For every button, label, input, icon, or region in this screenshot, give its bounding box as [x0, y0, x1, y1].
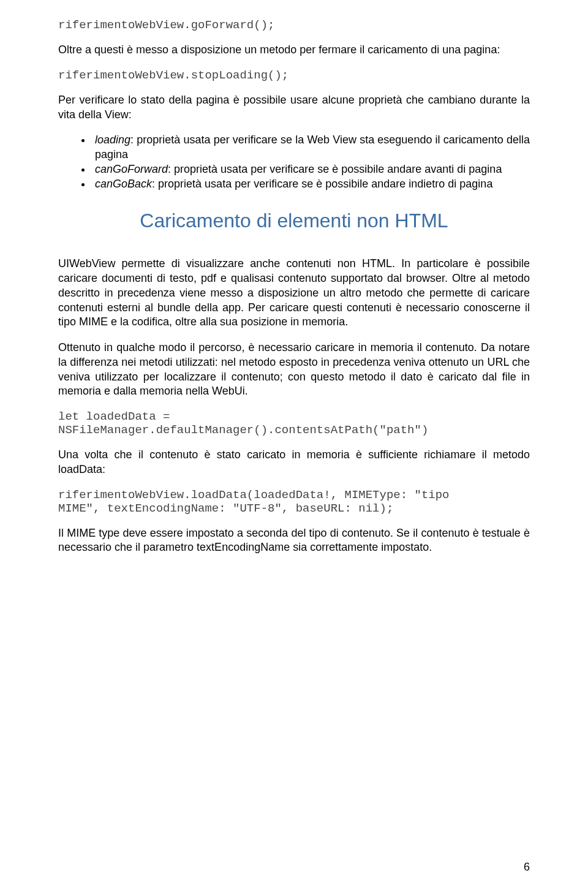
term-desc: : proprietà usata per verificare se è po… [168, 163, 502, 175]
paragraph-3: UIWebView permette di visualizzare anche… [58, 257, 530, 330]
paragraph-6: Il MIME type deve essere impostato a sec… [58, 526, 530, 556]
term: loading [95, 134, 130, 146]
term-desc: : proprietà usata per verificare se la W… [95, 134, 530, 161]
list-item: canGoForward: proprietà usata per verifi… [92, 162, 530, 177]
code-line-2: riferimentoWebView.stopLoading(); [58, 69, 530, 82]
section-heading: Caricamento di elementi non HTML [58, 210, 530, 232]
code-line-1: riferimentoWebView.goForward(); [58, 18, 530, 32]
list-item: loading: proprietà usata per verificare … [92, 133, 530, 162]
paragraph-4: Ottenuto in qualche modo il percorso, è … [58, 341, 530, 399]
term: canGoForward [95, 163, 168, 175]
code-line-3b: NSFileManager.defaultManager().contentsA… [58, 423, 530, 437]
paragraph-2: Per verificare lo stato della pagina è p… [58, 93, 530, 123]
page-number: 6 [524, 861, 530, 874]
code-line-3a: let loadedData = [58, 410, 530, 423]
list-item: canGoBack: proprietà usata per verificar… [92, 177, 530, 192]
code-line-4a: riferimentoWebView.loadData(loadedData!,… [58, 488, 530, 502]
term-desc: : proprietà usata per verificare se è po… [152, 178, 492, 190]
document-page: riferimentoWebView.goForward(); Oltre a … [0, 0, 588, 892]
paragraph-5: Una volta che il contenuto è stato caric… [58, 448, 530, 477]
code-line-4b: MIME", textEncodingName: "UTF-8", baseUR… [58, 502, 530, 515]
term: canGoBack [95, 178, 152, 190]
paragraph-1: Oltre a questi è messo a disposizione un… [58, 43, 530, 58]
property-list: loading: proprietà usata per verificare … [58, 133, 530, 191]
